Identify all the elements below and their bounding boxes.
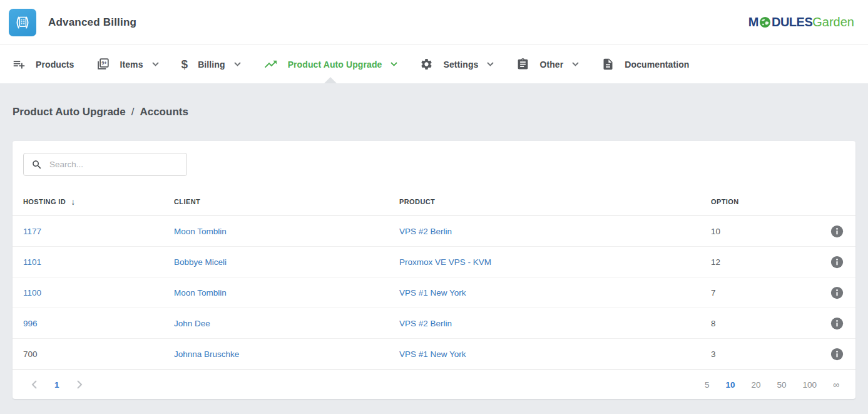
search-box[interactable] bbox=[23, 153, 187, 176]
search-input[interactable] bbox=[49, 160, 179, 169]
nav-item-billing[interactable]: $ Billing bbox=[181, 45, 241, 83]
hosting-id-link[interactable]: 1177 bbox=[23, 227, 41, 236]
option-value: 3 bbox=[711, 349, 817, 359]
chevron-down-icon bbox=[572, 62, 579, 66]
option-value: 8 bbox=[711, 319, 817, 328]
table-row: 1101 Bobbye Miceli Proxmox VE VPS - KVM … bbox=[13, 247, 855, 277]
info-icon[interactable] bbox=[830, 317, 844, 330]
table-header-row: HOSTING ID ↓ CLIENT PRODUCT OPTION bbox=[13, 188, 855, 216]
next-page-icon[interactable] bbox=[77, 380, 83, 389]
gear-icon bbox=[420, 58, 433, 71]
app-header: Advanced Billing M DULES Garden bbox=[0, 0, 868, 45]
product-link[interactable]: VPS #1 New York bbox=[399, 349, 466, 359]
column-header-product[interactable]: PRODUCT bbox=[399, 198, 711, 205]
page-size-10[interactable]: 10 bbox=[725, 380, 735, 390]
client-link[interactable]: Johnna Bruschke bbox=[174, 349, 239, 359]
pagination: 1 5 10 20 50 100 ∞ bbox=[13, 370, 855, 399]
nine-plus-icon: 9+ bbox=[96, 58, 110, 71]
nav-label-documentation: Documentation bbox=[625, 60, 689, 70]
svg-text:9+: 9+ bbox=[102, 60, 108, 66]
search-icon bbox=[31, 159, 43, 170]
nav-item-documentation[interactable]: Documentation bbox=[601, 45, 689, 83]
column-header-option[interactable]: OPTION bbox=[711, 198, 817, 205]
nav-item-other[interactable]: Other bbox=[516, 45, 579, 83]
nav-label-settings: Settings bbox=[443, 60, 478, 70]
hosting-id-link[interactable]: 1101 bbox=[23, 257, 41, 267]
product-link[interactable]: VPS #1 New York bbox=[399, 288, 466, 298]
product-link[interactable]: VPS #2 Berlin bbox=[399, 227, 452, 236]
table-row: 1100 Moon Tomblin VPS #1 New York 7 bbox=[13, 277, 855, 308]
product-link[interactable]: Proxmox VE VPS - KVM bbox=[399, 257, 491, 267]
brand-text-m: M bbox=[748, 15, 758, 29]
client-link[interactable]: Moon Tomblin bbox=[174, 227, 227, 236]
playlist-add-icon bbox=[13, 58, 26, 71]
breadcrumb-page: Accounts bbox=[140, 106, 188, 118]
info-icon[interactable] bbox=[830, 348, 844, 361]
breadcrumb-separator: / bbox=[131, 106, 135, 118]
client-link[interactable]: Moon Tomblin bbox=[174, 288, 227, 298]
modulesgarden-logo: M DULES Garden bbox=[748, 15, 854, 29]
hosting-id-link[interactable]: 996 bbox=[23, 319, 38, 328]
nav-label-billing: Billing bbox=[198, 60, 225, 70]
nav-item-settings[interactable]: Settings bbox=[420, 45, 494, 83]
nav-item-items[interactable]: 9+ Items bbox=[96, 45, 158, 83]
option-value: 7 bbox=[711, 288, 817, 298]
main-nav: Products 9+ Items $ Billing Product Auto… bbox=[0, 45, 868, 83]
nav-label-product-auto-upgrade: Product Auto Upgrade bbox=[288, 60, 382, 70]
option-value: 12 bbox=[711, 257, 817, 267]
advanced-billing-logo-icon bbox=[9, 9, 36, 36]
page-number[interactable]: 1 bbox=[54, 380, 59, 390]
column-header-hosting-id[interactable]: HOSTING ID ↓ bbox=[23, 197, 174, 207]
page-size-5[interactable]: 5 bbox=[705, 380, 710, 390]
content-area: Product Auto Upgrade / Accounts HOSTING … bbox=[0, 83, 868, 399]
nav-label-items: Items bbox=[120, 60, 143, 70]
info-icon[interactable] bbox=[830, 256, 844, 269]
table-row: 996 John Dee VPS #2 Berlin 8 bbox=[13, 308, 855, 339]
dollar-icon: $ bbox=[181, 58, 188, 70]
accounts-card: HOSTING ID ↓ CLIENT PRODUCT OPTION 1177 … bbox=[13, 141, 855, 399]
chevron-down-icon bbox=[234, 62, 241, 66]
search-row bbox=[13, 141, 855, 188]
column-header-client[interactable]: CLIENT bbox=[174, 198, 399, 205]
chevron-down-icon bbox=[487, 62, 494, 66]
brand-text-garden: Garden bbox=[812, 15, 854, 29]
document-icon bbox=[601, 58, 615, 71]
breadcrumb-section[interactable]: Product Auto Upgrade bbox=[13, 106, 126, 118]
nav-item-product-auto-upgrade[interactable]: Product Auto Upgrade bbox=[263, 45, 398, 83]
page-size-all-icon[interactable]: ∞ bbox=[833, 380, 839, 390]
nav-item-products[interactable]: Products bbox=[13, 45, 74, 83]
clipboard-icon bbox=[516, 58, 529, 71]
page-title: Advanced Billing bbox=[48, 16, 136, 29]
brand-text-dules: DULES bbox=[772, 15, 812, 29]
product-link[interactable]: VPS #2 Berlin bbox=[399, 319, 452, 328]
hosting-id-link[interactable]: 1100 bbox=[23, 288, 41, 298]
nav-label-other: Other bbox=[539, 60, 563, 70]
chevron-down-icon bbox=[152, 62, 159, 66]
info-icon[interactable] bbox=[830, 225, 844, 238]
page-size-20[interactable]: 20 bbox=[751, 380, 760, 390]
info-icon[interactable] bbox=[830, 286, 844, 299]
table-row: 700 Johnna Bruschke VPS #1 New York 3 bbox=[13, 339, 855, 370]
chevron-down-icon bbox=[391, 62, 397, 66]
option-value: 10 bbox=[711, 227, 817, 236]
page-size-100[interactable]: 100 bbox=[802, 380, 817, 390]
nav-label-products: Products bbox=[36, 60, 74, 70]
client-link[interactable]: John Dee bbox=[174, 319, 210, 328]
client-link[interactable]: Bobbye Miceli bbox=[174, 257, 227, 267]
page-size-50[interactable]: 50 bbox=[777, 380, 786, 390]
sort-desc-icon[interactable]: ↓ bbox=[71, 197, 75, 207]
hosting-id-text: 700 bbox=[23, 349, 38, 359]
trending-up-icon bbox=[263, 57, 278, 71]
accounts-table: HOSTING ID ↓ CLIENT PRODUCT OPTION 1177 … bbox=[13, 188, 855, 399]
globe-icon bbox=[759, 16, 771, 28]
breadcrumb: Product Auto Upgrade / Accounts bbox=[13, 83, 855, 141]
prev-page-icon[interactable] bbox=[31, 380, 37, 389]
table-row: 1177 Moon Tomblin VPS #2 Berlin 10 bbox=[13, 216, 855, 247]
